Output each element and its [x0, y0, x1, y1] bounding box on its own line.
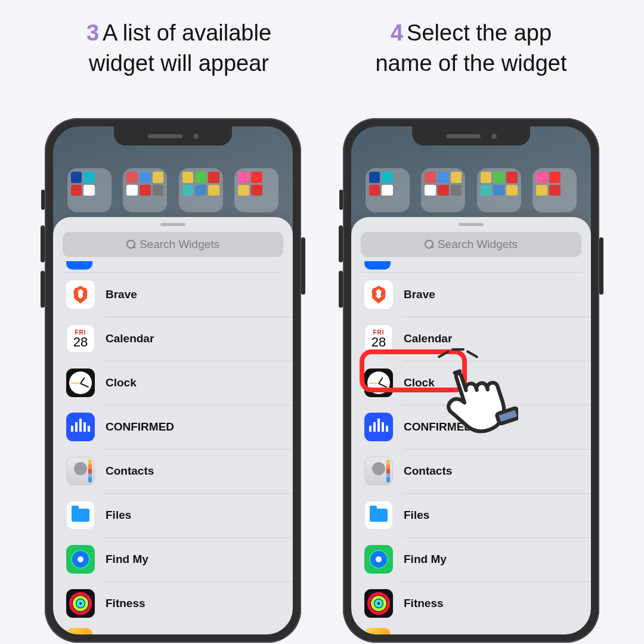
step4-line1: Select the app [407, 20, 552, 45]
app-folder[interactable] [123, 168, 167, 212]
power-button[interactable] [301, 237, 305, 295]
app-label: Brave [404, 288, 435, 301]
screen: Search Widgets Brave FRI 28 Calendar [351, 126, 591, 634]
list-item-files[interactable]: Files [53, 493, 293, 537]
volume-down[interactable] [41, 271, 45, 308]
list-item-fitness[interactable]: Fitness [351, 581, 591, 626]
app-label: CONFIRMED [106, 420, 174, 434]
search-input[interactable]: Search Widgets [63, 232, 283, 257]
list-item-partial-bottom[interactable] [361, 626, 581, 634]
list-item-clock[interactable]: Clock [351, 361, 591, 405]
power-button[interactable] [599, 237, 603, 295]
phone-step3: Search Widgets Brave FRI 28 Calendar [45, 118, 301, 643]
list-item-partial-top[interactable] [63, 262, 283, 273]
app-label: Contacts [404, 465, 452, 478]
app-label: Fitness [106, 597, 145, 610]
list-item-partial-bottom[interactable] [63, 626, 283, 634]
list-item-findmy[interactable]: Find My [351, 537, 591, 581]
search-placeholder: Search Widgets [140, 238, 219, 251]
app-label: Fitness [404, 597, 444, 610]
fitness-icon [364, 589, 393, 618]
app-folder[interactable] [179, 168, 223, 212]
contacts-icon [66, 457, 95, 485]
app-label: Clock [404, 376, 435, 389]
step3-caption: 3A list of available widget will appear [42, 18, 316, 79]
step3-number: 3 [86, 20, 99, 45]
clock-icon [66, 369, 95, 397]
notch [412, 126, 530, 145]
phone-step4: Search Widgets Brave FRI 28 Calendar [343, 118, 599, 643]
contacts-icon [364, 457, 393, 485]
app-folder[interactable] [234, 168, 278, 212]
app-label: CONFIRMED [404, 420, 472, 434]
list-item-findmy[interactable]: Find My [53, 537, 293, 581]
fitness-icon [66, 589, 95, 618]
app-label: Calendar [106, 332, 154, 345]
list-item-confirmed[interactable]: CONFIRMED [351, 405, 591, 449]
brave-icon [66, 280, 95, 309]
volume-up[interactable] [41, 225, 45, 262]
app-label: Find My [404, 553, 447, 566]
app-folder[interactable] [67, 168, 112, 212]
folder-row [351, 168, 591, 212]
list-item-calendar[interactable]: FRI 28 Calendar [53, 317, 293, 361]
clock-icon [364, 369, 393, 397]
widget-sheet[interactable]: Search Widgets Brave FRI 28 Calendar [53, 217, 293, 634]
app-label: Contacts [106, 465, 154, 478]
list-item-fitness[interactable]: Fitness [53, 581, 293, 626]
confirmed-icon [364, 413, 393, 441]
findmy-icon [66, 545, 95, 574]
screen: Search Widgets Brave FRI 28 Calendar [53, 126, 293, 634]
list-item-contacts[interactable]: Contacts [351, 449, 591, 493]
folder-row [53, 168, 293, 212]
brave-icon [364, 280, 393, 309]
notch [114, 126, 232, 145]
app-label: Brave [106, 288, 137, 301]
mute-switch[interactable] [41, 190, 45, 210]
step3-line1: A list of available [103, 20, 271, 45]
list-item-clock[interactable]: Clock [53, 361, 293, 405]
search-placeholder: Search Widgets [438, 238, 518, 251]
calendar-day: 28 [371, 336, 386, 349]
app-folder[interactable] [366, 168, 410, 212]
files-icon [66, 501, 95, 530]
search-icon [126, 240, 136, 249]
calendar-icon: FRI 28 [364, 324, 393, 353]
app-label: Clock [106, 376, 137, 389]
list-item-brave[interactable]: Brave [351, 273, 591, 317]
calendar-icon: FRI 28 [66, 324, 95, 353]
list-item-brave[interactable]: Brave [53, 273, 293, 317]
search-input[interactable]: Search Widgets [361, 232, 581, 257]
app-folder[interactable] [532, 168, 577, 212]
files-icon [364, 501, 393, 530]
findmy-icon [364, 545, 393, 574]
confirmed-icon [66, 413, 95, 441]
app-folder[interactable] [477, 168, 521, 212]
app-label: Files [106, 509, 131, 522]
app-label: Files [404, 509, 429, 522]
step4-number: 4 [391, 20, 403, 45]
app-label: Find My [106, 553, 148, 566]
mute-switch[interactable] [339, 190, 343, 210]
sheet-grabber[interactable] [160, 223, 185, 226]
app-folder[interactable] [421, 168, 465, 212]
widget-sheet[interactable]: Search Widgets Brave FRI 28 Calendar [351, 217, 591, 634]
list-item-partial-top[interactable] [361, 262, 581, 273]
volume-down[interactable] [339, 271, 343, 308]
step4-caption: 4Select the app name of the widget [334, 18, 608, 79]
step4-line2: name of the widget [375, 51, 566, 76]
volume-up[interactable] [339, 225, 343, 262]
list-item-files[interactable]: Files [351, 493, 591, 537]
app-label: Calendar [404, 332, 452, 345]
list-item-contacts[interactable]: Contacts [53, 449, 293, 493]
step3-line2: widget will appear [89, 51, 269, 76]
list-item-confirmed[interactable]: CONFIRMED [53, 405, 293, 449]
calendar-day: 28 [73, 336, 88, 349]
sheet-grabber[interactable] [459, 223, 484, 226]
search-icon [425, 240, 434, 249]
